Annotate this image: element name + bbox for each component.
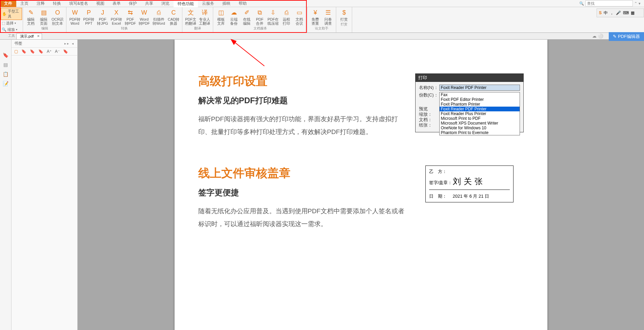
panel-menu-icon[interactable]: ◂: [72, 42, 75, 45]
bookmark-panel-icon[interactable]: 🔖: [2, 51, 10, 59]
ribbon-button[interactable]: ✎编辑 文档: [26, 8, 36, 25]
ribbon-group-label: 翻译: [185, 26, 210, 31]
menu-protect[interactable]: 保护: [125, 0, 141, 7]
sign-name: 刘关张: [453, 176, 485, 187]
select-tool[interactable]: ⬚选择▾: [1, 20, 22, 26]
ribbon-button-icon: ✎: [27, 8, 35, 17]
ribbon-button-label: OCR识 别文本: [52, 17, 63, 25]
ribbon-button-icon: ◫: [217, 8, 225, 17]
menu-cloud[interactable]: 云服务: [198, 0, 218, 7]
printer-option: Microsoft Print to PDF: [440, 116, 520, 121]
ribbon-button-label: Word 转PDF: [139, 17, 150, 25]
ribbon-button-icon: W: [140, 8, 148, 17]
ime-punct-icon: ，: [610, 10, 614, 16]
ribbon-button[interactable]: ⇆PDF 转PDF: [125, 8, 136, 25]
ribbon-group-label: 编辑: [26, 26, 63, 31]
printer-option: Foxit PDF Editor Printer: [440, 97, 520, 102]
ribbon-button[interactable]: ⧉PDF 合并: [255, 8, 265, 25]
bm-tool-7[interactable]: 🔖: [63, 49, 68, 54]
menu-annotate[interactable]: 注释: [33, 0, 49, 7]
ribbon-button[interactable]: ☁云端 备份: [229, 8, 239, 25]
ribbon-button[interactable]: ⎙远程 打印: [281, 8, 291, 25]
menu-form[interactable]: 表单: [108, 0, 125, 7]
menu-share[interactable]: 共享: [141, 0, 157, 7]
ribbon-button-icon: $: [340, 8, 348, 17]
ribbon-button[interactable]: ✐在线 编辑: [242, 8, 252, 25]
bm-tool-2[interactable]: 🔖: [21, 49, 26, 54]
document-tab[interactable]: 演示.pdf ✕: [16, 33, 42, 39]
printer-option: Foxit Phantom Printer: [440, 102, 520, 107]
ribbon-button[interactable]: ⇩PDF在 线压缩: [267, 8, 279, 25]
ribbon-button-icon: ⇩: [269, 8, 277, 17]
menu-home[interactable]: 主页: [16, 0, 33, 7]
hand-tool[interactable]: ✋手型工具: [1, 8, 22, 20]
ime-bar[interactable]: S 中 ， 🎤 ⌨ ▦: [597, 8, 644, 17]
close-icon[interactable]: ✕: [37, 34, 40, 38]
ribbon-button[interactable]: ◫模板 文库: [216, 8, 226, 25]
bm-tool-4[interactable]: 🔖: [38, 49, 43, 54]
ribbon-group: ◫模板 文库☁云端 备份✐在线 编辑⧉PDF 合并⇩PDF在 线压缩⎙远程 打印…: [213, 7, 307, 32]
ribbon-button[interactable]: XPDF转 Excel: [111, 8, 122, 25]
bm-font-dec[interactable]: A⁻: [55, 49, 60, 54]
ribbon-button-label: 远程 打印: [283, 17, 290, 25]
comment-panel-icon[interactable]: 📝: [2, 80, 10, 88]
bm-tool-1[interactable]: ▢: [14, 49, 18, 54]
menu-fillsign[interactable]: 填写&签名: [65, 0, 92, 7]
ribbon-button-icon: J: [99, 8, 107, 17]
ribbon-group-label: 转换: [69, 26, 179, 31]
printer-option: Phantom Print to Evernote: [440, 130, 520, 135]
ribbon-button[interactable]: ▤编辑 页面: [39, 8, 49, 25]
ribbon-button-label: PDF文 档翻译: [185, 17, 196, 25]
pd-scale-label: 缩放：: [419, 112, 435, 117]
cloud-icon[interactable]: ☁ ⚪: [592, 34, 603, 39]
ribbon-button-icon: ⎙: [155, 8, 163, 17]
date-value: 2021 年 6 月 21 日: [453, 193, 489, 199]
ribbon-button[interactable]: JPDF 转JPG: [97, 8, 108, 25]
ribbon-button-icon: 译: [201, 8, 209, 17]
panel-collapse-icon[interactable]: ▸▸: [64, 42, 70, 45]
feature2-title: 线上文件审核盖章: [198, 166, 408, 181]
ribbon-button[interactable]: OOCR识 别文本: [52, 8, 63, 25]
ribbon-group: WPDF转 WordPPDF转 PPTJPDF 转JPGXPDF转 Excel⇆…: [66, 7, 182, 32]
ribbon-button-label: 模板 文库: [217, 17, 225, 25]
menu-browse[interactable]: 浏览: [157, 0, 174, 7]
menu-view[interactable]: 视图: [92, 0, 108, 7]
ribbon-button[interactable]: CCAD转 换器: [168, 8, 179, 25]
zoom-tool[interactable]: 🔍缩放▾: [1, 26, 22, 33]
menu-convert[interactable]: 转换: [49, 0, 65, 7]
bm-font-inc[interactable]: A⁺: [47, 49, 52, 54]
pd-printer-list: FaxFoxit PDF Editor PrinterFoxit Phantom…: [439, 92, 520, 135]
pdf-editor-button[interactable]: ✎ PDF编辑器: [609, 32, 644, 41]
ribbon-button-icon: C: [169, 8, 178, 17]
bm-tool-3[interactable]: 🔖: [30, 49, 35, 54]
ribbon-button[interactable]: WPDF转 Word: [69, 8, 80, 25]
menu-slideshow[interactable]: 插映: [218, 0, 235, 7]
menu-file[interactable]: 文件: [0, 0, 16, 7]
reveal-icon[interactable]: ⌃: [634, 1, 637, 6]
ribbon-button[interactable]: $打赏: [339, 8, 349, 21]
menu-help[interactable]: 帮助: [235, 0, 251, 7]
ime-lang: 中: [604, 10, 608, 16]
ribbon-button[interactable]: 译专业人 工翻译: [199, 8, 210, 25]
ribbon-button-label: 编辑 文档: [27, 17, 35, 25]
ribbon-button[interactable]: 文PDF文 档翻译: [185, 8, 196, 25]
printer-option: Microsoft XPS Document Writer: [440, 121, 520, 126]
pages-panel-icon[interactable]: ▤: [2, 61, 10, 69]
ribbon-button[interactable]: WWord 转PDF: [139, 8, 150, 25]
clipboard-panel-icon[interactable]: 📋: [2, 70, 10, 78]
window-down-icon[interactable]: ▾: [639, 1, 641, 6]
search-icon: 🔍: [579, 1, 584, 6]
menu-special[interactable]: 特色功能: [174, 0, 198, 8]
ribbon-button[interactable]: ⎙扫描件 转Word: [153, 8, 165, 25]
ribbon-button[interactable]: ¥免费 查重: [310, 8, 320, 25]
sign-label: 签字/盖章：: [429, 180, 453, 186]
document-tab-label: 演示.pdf: [20, 34, 34, 38]
ribbon-button-icon: X: [112, 8, 120, 17]
pd-preview-label: 预览: [419, 106, 435, 112]
sogou-icon: S: [599, 10, 602, 15]
ribbon-button[interactable]: ☰问卷 调查: [323, 8, 333, 25]
document-viewport[interactable]: 高级打印设置 解决常见的PDF打印难题 福昕PDF阅读器拥有强大的打印功能，界面…: [78, 40, 644, 330]
search-input[interactable]: [585, 0, 633, 6]
ribbon-button[interactable]: ▭文档 会议: [294, 8, 304, 25]
ribbon-button[interactable]: PPDF转 PPT: [83, 8, 94, 25]
